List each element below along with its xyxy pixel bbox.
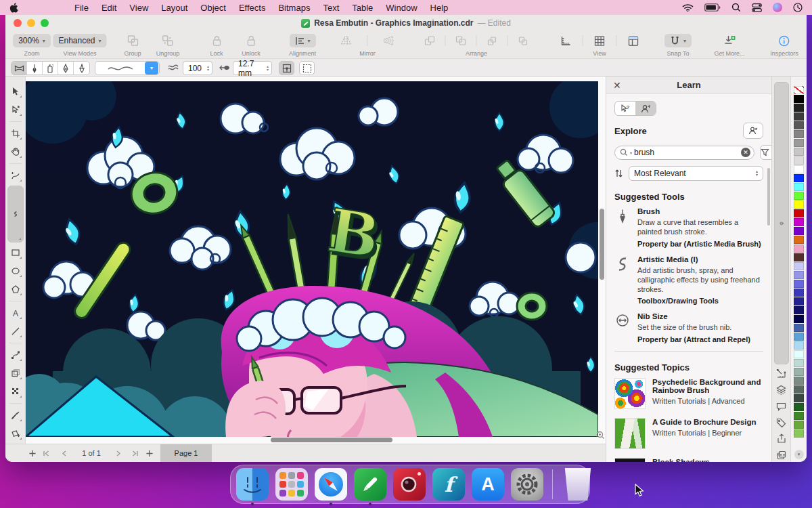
pick-tool[interactable] [7,83,24,100]
view-modes-dropdown[interactable]: Enhanced▾ [53,34,106,47]
color-swatch[interactable] [794,271,804,279]
color-swatch[interactable] [794,200,804,209]
color-swatch[interactable] [794,421,804,429]
color-swatch[interactable] [794,394,804,402]
topic-block-shadows[interactable]: Block Shadows Videos | Beginner [614,458,763,462]
border-settings-button[interactable] [279,61,294,75]
learn-tab-icon[interactable] [774,82,789,364]
color-swatch[interactable] [794,315,804,323]
color-swatch[interactable] [794,156,804,165]
color-swatch[interactable] [794,148,804,156]
to-back-button[interactable] [455,35,467,47]
more-tabs-button[interactable]: ••• [772,451,790,459]
hints-mode-button[interactable]: ? [615,102,635,115]
export-tab-icon[interactable] [774,431,789,446]
dock-font-manager-icon[interactable]: f [432,468,465,501]
smoothing-input[interactable]: 100 ▴▾ [183,61,212,75]
sort-order-select[interactable]: Most Relevant ▴▾ [629,166,763,181]
menu-text[interactable]: Text [323,3,339,13]
color-swatch[interactable] [794,95,804,103]
canvas-vertical-scrollbar[interactable] [600,209,604,280]
topic-brochure-design[interactable]: A Guide to Brochure Design Written Tutor… [614,418,763,449]
calligraphic-mode-button[interactable] [58,62,74,75]
dock-finder-icon[interactable] [236,468,269,501]
rectangle-tool[interactable] [7,245,24,261]
menu-view[interactable]: View [129,3,148,13]
first-page-button[interactable] [43,444,49,462]
brush-mode-button[interactable] [27,62,43,75]
color-swatch[interactable] [794,86,804,94]
dock-photo-paint-icon[interactable] [393,468,426,501]
menu-effects[interactable]: Effects [239,3,266,13]
color-swatch[interactable] [794,104,804,112]
color-swatch[interactable] [794,253,804,261]
grid-toggle-button[interactable] [594,35,606,47]
zoom-corner-icon[interactable] [596,431,605,440]
stepper-icon[interactable]: ▴▾ [204,65,212,72]
straight-line-tool[interactable] [7,323,24,339]
artistic-media-tool[interactable] [7,186,24,242]
dock-safari-icon[interactable] [315,468,347,501]
mesh-fill-tool[interactable] [7,383,24,400]
menu-help[interactable]: Help [430,3,449,13]
color-swatch[interactable] [794,245,804,253]
color-swatch[interactable] [794,297,804,305]
crop-tool[interactable] [7,125,24,142]
unlock-button[interactable] [246,35,256,47]
close-window-button[interactable] [14,19,22,27]
battery-icon[interactable] [704,3,721,12]
add-page-button-right[interactable] [146,444,154,462]
color-swatch[interactable] [794,412,804,420]
color-swatch[interactable] [794,359,804,367]
last-page-button[interactable] [132,444,139,462]
color-swatch[interactable] [794,165,804,173]
add-page-button[interactable] [29,444,37,462]
dock-launchpad-icon[interactable] [275,468,308,501]
comments-tab-icon[interactable] [774,399,789,413]
dock-trash-icon[interactable] [562,468,594,501]
lock-button[interactable] [211,35,222,47]
suggested-tool-artistic-media[interactable]: Artistic Media (I) Add artistic brush, s… [614,255,763,305]
menu-coreldraw[interactable]: CorelDRAW [29,0,62,24]
suggested-tool-nib-size[interactable]: Nib Size Set the size of the brush nib. … [614,312,763,343]
color-swatch[interactable] [794,218,804,226]
freehand-tool[interactable] [7,167,24,184]
account-button[interactable] [743,123,763,139]
stepper-icon[interactable]: ▴▾ [264,65,271,72]
mirror-horizontal-button[interactable] [340,35,353,46]
color-swatch[interactable] [794,350,804,358]
forward-one-button[interactable] [487,35,498,47]
color-swatch[interactable] [794,183,804,191]
ungroup-button[interactable] [162,35,174,47]
color-swatch[interactable] [794,368,804,376]
color-swatch[interactable] [794,377,804,385]
color-swatch[interactable] [794,139,804,147]
nib-size-input[interactable]: 12.7 mm ▴▾ [233,61,272,75]
snap-to-dropdown[interactable]: ▾ [664,34,692,47]
menu-object[interactable]: Object [200,3,226,13]
color-swatch[interactable] [794,403,804,411]
menu-edit[interactable]: Edit [102,3,116,13]
polygon-tool[interactable] [7,281,24,297]
color-swatch[interactable] [794,192,804,200]
smart-fill-tool[interactable] [7,425,24,442]
menu-layout[interactable]: Layout [161,3,187,13]
color-swatch[interactable] [794,262,804,270]
dock-system-settings-icon[interactable] [511,468,543,501]
pan-tool[interactable] [7,144,24,160]
filter-button[interactable]: ▾ [760,145,771,160]
mirror-vertical-button[interactable] [383,35,395,46]
close-panel-icon[interactable]: ✕ [613,80,621,91]
color-swatch[interactable] [794,236,804,244]
shape-edit-tool[interactable] [7,102,24,118]
siri-icon[interactable] [773,3,782,12]
tag-tab-icon[interactable] [774,415,789,429]
apple-menu-icon[interactable] [9,3,18,13]
canvas-horizontal-scrollbar[interactable] [271,438,392,442]
search-input[interactable] [634,148,739,157]
next-page-button[interactable] [116,444,121,462]
zoom-level-dropdown[interactable]: 300%▾ [13,34,51,47]
ellipse-tool[interactable] [7,263,24,279]
dock-app-store-icon[interactable]: A [472,468,504,501]
color-swatch[interactable] [794,280,804,288]
